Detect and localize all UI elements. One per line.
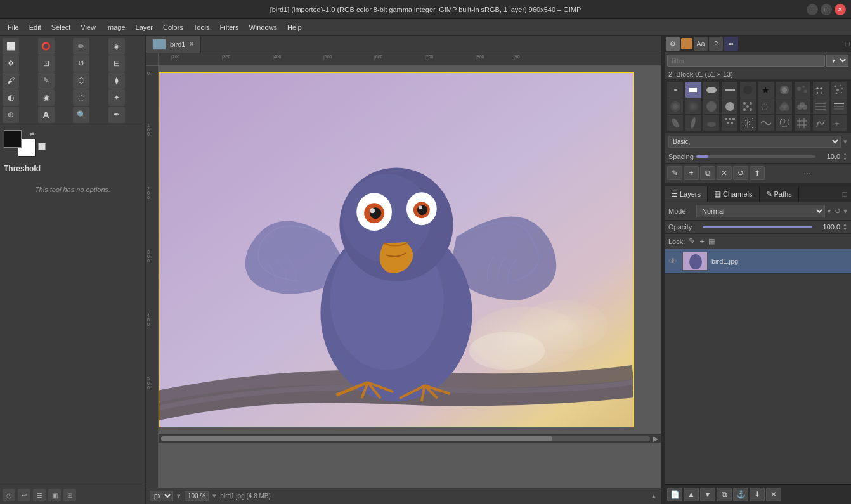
- brush-item-texture2[interactable]: ◌: [758, 98, 774, 114]
- opacity-decrement[interactable]: ▼: [843, 227, 847, 232]
- tool-blur[interactable]: ◉: [38, 89, 55, 106]
- brush-item-smear[interactable]: [703, 115, 719, 131]
- brush-preset-selector[interactable]: Basic,: [668, 136, 841, 148]
- close-tab-button[interactable]: ✕: [189, 41, 194, 48]
- brush-duplicate-button[interactable]: ⧉: [700, 166, 715, 180]
- unit-selector[interactable]: px: [150, 491, 173, 501]
- tool-crop[interactable]: ⊡: [38, 55, 55, 72]
- panel-tab-color[interactable]: [681, 38, 692, 49]
- panel-expand-icon[interactable]: □: [845, 39, 850, 48]
- tool-text[interactable]: A: [38, 107, 55, 123]
- brush-item-scatter[interactable]: [831, 82, 847, 98]
- menu-edit[interactable]: Edit: [24, 22, 46, 32]
- tool-rect-select[interactable]: ⬜: [3, 38, 19, 55]
- tool-preset-icon[interactable]: ☰: [33, 489, 46, 501]
- anchor-layer-button[interactable]: ⚓: [733, 488, 748, 501]
- canvas-tab[interactable]: bird1 ✕: [146, 36, 201, 53]
- brush-item-circle-large[interactable]: [740, 82, 756, 98]
- tool-ellipse-select[interactable]: ⭕: [38, 38, 55, 55]
- brush-item-cloud1[interactable]: [776, 98, 792, 114]
- brush-item-soft2[interactable]: [685, 98, 701, 114]
- tool-smudge[interactable]: ◌: [73, 89, 89, 106]
- maximize-button[interactable]: □: [821, 4, 832, 15]
- duplicate-layer-button[interactable]: ⧉: [717, 488, 732, 501]
- menu-view[interactable]: View: [75, 22, 101, 32]
- spacing-slider[interactable]: [696, 155, 815, 158]
- brush-item-hash[interactable]: [795, 115, 810, 131]
- brush-item-hard1[interactable]: [722, 98, 737, 114]
- layer-row-bird1[interactable]: 👁 bird1.jpg: [665, 249, 851, 274]
- opacity-increment[interactable]: ▲: [843, 222, 847, 227]
- tool-fuzzy-select[interactable]: ◈: [108, 38, 125, 55]
- brush-export-button[interactable]: ⬆: [750, 166, 765, 180]
- brush-item-stars[interactable]: ✦✦✦✦: [813, 82, 829, 98]
- mode-reset-icon[interactable]: ↺: [835, 207, 841, 216]
- layer-visibility-toggle[interactable]: 👁: [668, 256, 679, 266]
- brush-item-feather2[interactable]: [685, 115, 701, 131]
- brush-item-star[interactable]: ★: [758, 82, 774, 98]
- brush-item-dot-small[interactable]: [667, 82, 683, 98]
- undo-history-icon[interactable]: ↩: [18, 489, 30, 501]
- brush-item-rough2[interactable]: +: [831, 115, 847, 131]
- brush-filter-input[interactable]: [667, 55, 825, 67]
- tab-paths[interactable]: ✎ Paths: [760, 186, 799, 202]
- tool-eraser[interactable]: ⬡: [73, 72, 89, 89]
- menu-help[interactable]: Help: [282, 22, 307, 32]
- brush-item-spiral[interactable]: [776, 115, 792, 131]
- menu-layer[interactable]: Layer: [131, 22, 159, 32]
- lower-layer-button[interactable]: ▼: [700, 488, 715, 501]
- brush-item-ellipse[interactable]: [703, 82, 719, 98]
- minimize-button[interactable]: ─: [807, 4, 818, 15]
- tool-paintbrush[interactable]: 🖌: [3, 72, 19, 89]
- canvas-image[interactable]: [159, 72, 634, 427]
- brush-more-options[interactable]: ···: [803, 168, 811, 178]
- brush-item-splat1[interactable]: [776, 82, 792, 98]
- lock-alpha-icon[interactable]: ▦: [708, 237, 715, 245]
- swap-colors-icon[interactable]: ⇄: [30, 131, 34, 137]
- foreground-color[interactable]: [4, 130, 22, 148]
- brush-item-soft1[interactable]: [667, 98, 683, 114]
- config-icon[interactable]: ⊞: [63, 489, 76, 501]
- brush-new-button[interactable]: +: [684, 166, 699, 180]
- menu-tools[interactable]: Tools: [188, 22, 215, 32]
- tool-dodge[interactable]: ◐: [3, 89, 19, 106]
- lock-position-icon[interactable]: +: [699, 236, 705, 246]
- brush-item-splat2[interactable]: [795, 82, 810, 98]
- panel-tab-help[interactable]: ?: [709, 37, 723, 51]
- horizontal-scrollbar[interactable]: ▶: [159, 434, 661, 443]
- brush-item-lines2[interactable]: [831, 98, 847, 114]
- tool-move[interactable]: ✥: [3, 55, 19, 72]
- lock-pixels-icon[interactable]: ✎: [689, 236, 696, 246]
- tool-clone[interactable]: ⊕: [3, 107, 19, 123]
- menu-filters[interactable]: Filters: [215, 22, 244, 32]
- brush-item-pattern1[interactable]: [722, 115, 737, 131]
- tool-measure[interactable]: ⊟: [108, 55, 125, 72]
- brush-edit-button[interactable]: ✎: [667, 166, 682, 180]
- menu-colors[interactable]: Colors: [158, 22, 188, 32]
- mode-more-icon[interactable]: ▾: [843, 207, 847, 216]
- scroll-up-arrow-icon[interactable]: ▲: [651, 493, 657, 500]
- panel-tab-extra[interactable]: ▪▪: [724, 37, 738, 51]
- scrollbar-thumb-h[interactable]: [161, 436, 552, 441]
- spacing-decrement[interactable]: ▼: [843, 157, 847, 162]
- pointer-icon[interactable]: ▣: [48, 489, 61, 501]
- brush-filter-dropdown[interactable]: ▾: [826, 55, 848, 67]
- brush-item-soft3[interactable]: [703, 98, 719, 114]
- document-history-icon[interactable]: ◷: [3, 489, 15, 501]
- panel-tab-font[interactable]: Aa: [694, 37, 708, 51]
- tab-channels[interactable]: ▦ Channels: [708, 186, 759, 202]
- tool-eyedropper[interactable]: ✒: [108, 107, 125, 123]
- canvas-scroll-area[interactable]: ▶: [159, 66, 661, 488]
- new-layer-button[interactable]: 📄: [667, 488, 682, 501]
- opacity-slider[interactable]: [703, 226, 812, 228]
- menu-windows[interactable]: Windows: [244, 22, 282, 32]
- raise-layer-button[interactable]: ▲: [684, 488, 699, 501]
- menu-select[interactable]: Select: [46, 22, 76, 32]
- close-button[interactable]: ✕: [835, 4, 846, 15]
- default-colors-icon[interactable]: [38, 143, 46, 150]
- brush-item-lines1[interactable]: [813, 98, 829, 114]
- mode-selector[interactable]: Normal: [696, 205, 825, 217]
- menu-image[interactable]: Image: [101, 22, 131, 32]
- menu-file[interactable]: File: [3, 22, 24, 32]
- panel-tab-tool-options[interactable]: ⚙: [666, 37, 680, 51]
